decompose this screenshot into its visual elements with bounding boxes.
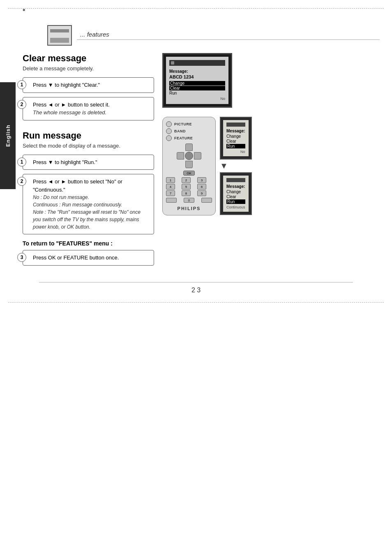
rs-run-2: Run: [226, 199, 245, 204]
right-screens-col: Message: Change Clear Run No ▼: [220, 117, 252, 215]
dpad-up[interactable]: [185, 143, 193, 151]
screen-clear-item: Clear: [169, 86, 225, 90]
num-9[interactable]: 9: [197, 190, 206, 196]
sidebar: English: [0, 82, 16, 189]
picture-btn[interactable]: [166, 121, 172, 127]
screen-run-no-inner: Message: Change Clear Run No: [223, 120, 249, 156]
run-step-1-content: Press ▼ to highlight "Run.": [33, 158, 149, 167]
clear-step-1-number: 1: [17, 80, 26, 89]
top-deco-line: [8, 8, 384, 9]
return-step-3-text: Press OK or FEATURE button once.: [33, 255, 119, 261]
run-step-2-box: 2 Press ◄ or ► button to select "No" or …: [23, 174, 154, 234]
rs-run-1: Run: [226, 144, 245, 148]
run-step-2-text: Press ◄ or ► button to select "No" or "C…: [33, 178, 149, 194]
main-content: ... features Clear message Delete a mess…: [23, 13, 380, 270]
screen-message-label: Message:: [169, 69, 225, 74]
left-column: Clear message Delete a message completel…: [23, 53, 154, 270]
rc-left-btn[interactable]: [166, 198, 177, 203]
return-step-3-box: 3 Press OK or FEATURE button once.: [23, 250, 154, 266]
clear-step-2-text: Press ◄ or ► button to select it.: [33, 101, 149, 109]
run-message-subheading: Select the mode of display of a message.: [23, 143, 154, 149]
band-label: BAND: [174, 129, 186, 133]
band-btn[interactable]: [166, 128, 172, 134]
return-step-3-number: 3: [17, 253, 26, 262]
num-1[interactable]: 1: [166, 177, 175, 183]
right-column: Message: ABCD 1234 Change Clear Run No: [162, 53, 380, 270]
device-icon: [47, 25, 72, 46]
screen-no-label: No: [220, 97, 225, 101]
screen-run-no: Message: Change Clear Run No: [220, 117, 252, 160]
rs-change-2: Change: [226, 190, 245, 194]
num-2[interactable]: 2: [182, 177, 191, 183]
clear-step-2-note: The whole message is deleted.: [33, 109, 149, 117]
num-3[interactable]: 3: [197, 177, 206, 183]
num-4[interactable]: 4: [166, 184, 175, 190]
feature-btn[interactable]: [166, 135, 172, 141]
clear-step-2-number: 2: [17, 100, 26, 109]
rs-clear-2: Clear: [226, 194, 245, 199]
remote-numpad: 1 2 3 4 5 6 7 8 9: [166, 177, 212, 196]
clear-step-1-box: 1 Press ▼ to highlight "Clear.": [23, 77, 154, 93]
clear-step-2-content: Press ◄ or ► button to select it. The wh…: [33, 101, 149, 117]
num-8[interactable]: 8: [182, 190, 191, 196]
picture-label: PICTURE: [174, 122, 192, 126]
rs-continuous-label: Continuous: [226, 205, 245, 209]
remote-bottom-row: 0: [166, 198, 212, 203]
screen-clear-inner: Message: ABCD 1234 Change Clear Run No: [166, 57, 228, 104]
rs-top-2: [226, 178, 245, 182]
remote-control: PICTURE BAND FEATURE: [162, 117, 216, 215]
dpad-center[interactable]: [185, 152, 193, 160]
bottom-deco-line: [8, 302, 384, 303]
num-7[interactable]: 7: [166, 190, 175, 196]
return-heading: To return to "FEATURES" menu :: [23, 240, 154, 247]
page-number: 2 3: [39, 282, 353, 294]
rc-right-btn[interactable]: [201, 198, 212, 203]
run-message-heading: Run message: [23, 130, 154, 141]
rs-message-label-2: Message:: [226, 184, 245, 189]
num-6[interactable]: 6: [197, 184, 206, 190]
run-step-2-note2: Continuous : Run message continuously.: [33, 201, 149, 208]
run-step-1-box: 1 Press ▼ to highlight "Run.": [23, 155, 154, 170]
run-step-2-note3: Note : The "Run" message will reset to "…: [33, 208, 149, 231]
run-step-2-content: Press ◄ or ► button to select "No" or "C…: [33, 178, 149, 231]
remote-feature-row: FEATURE: [166, 135, 212, 141]
sidebar-english-label: English: [5, 125, 11, 147]
arrow-down-1: ▼: [220, 161, 228, 171]
corner-dot-tl: ■: [23, 7, 25, 12]
screen-change-item: Change: [169, 81, 225, 86]
screen-message-value: ABCD 1234: [169, 74, 225, 79]
topbar-dot: [171, 61, 174, 65]
rs-message-label-1: Message:: [226, 129, 245, 133]
num-5[interactable]: 5: [182, 184, 191, 190]
ok-btn[interactable]: OK: [183, 171, 195, 176]
page: ■ ... features Clear message Delete a me…: [0, 0, 392, 553]
dpad-right[interactable]: [194, 152, 201, 160]
run-step-2-number: 2: [17, 177, 26, 186]
two-col-layout: Clear message Delete a message completel…: [23, 53, 380, 270]
screen-clear-message: Message: ABCD 1234 Change Clear Run No: [162, 53, 232, 108]
clear-step-1-text: Press ▼ to highlight "Clear.": [33, 82, 100, 88]
remote-and-screens-row: PICTURE BAND FEATURE: [162, 117, 380, 215]
run-step-1-text: Press ▼ to highlight "Run.": [33, 159, 97, 165]
remote-band-row: BAND: [166, 128, 212, 134]
dpad-left[interactable]: [177, 152, 184, 160]
clear-message-subheading: Delete a message completely.: [23, 65, 154, 72]
philips-brand: PHILIPS: [166, 206, 212, 211]
remote-dpad: [177, 143, 201, 168]
screen-run-continuous-inner: Message: Change Clear Run Continuous: [223, 176, 249, 212]
feature-label: FEATURE: [174, 136, 193, 140]
rc-0-btn[interactable]: 0: [184, 198, 194, 203]
rs-change-1: Change: [226, 134, 245, 139]
screen-topbar: [169, 60, 225, 66]
return-step-3-content: Press OK or FEATURE button once.: [33, 254, 149, 262]
rs-no-label-1: No: [240, 150, 245, 154]
run-step-2-note1: No : Do not run message.: [33, 194, 149, 201]
clear-step-2-box: 2 Press ◄ or ► button to select it. The …: [23, 97, 154, 120]
rs-bottom-1: No: [226, 150, 245, 154]
rs-top-1: [226, 123, 245, 127]
screen-run-continuous: Message: Change Clear Run Continuous: [220, 172, 252, 215]
dpad-down[interactable]: [185, 161, 193, 168]
clear-message-heading: Clear message: [23, 53, 154, 64]
run-message-section: Run message Select the mode of display o…: [23, 130, 154, 235]
screen-bottom-bar: No: [169, 97, 225, 101]
